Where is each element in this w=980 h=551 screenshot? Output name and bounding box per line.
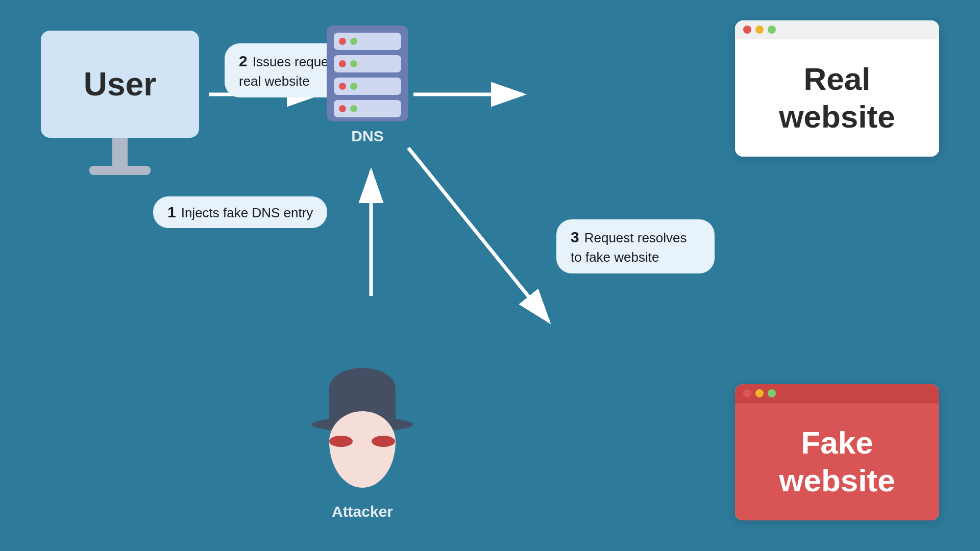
eye-left [329, 436, 353, 447]
monitor-stand [112, 138, 128, 166]
dot-green-1 [350, 38, 357, 45]
user-label: User [84, 65, 156, 103]
monitor-base [89, 166, 151, 175]
tb-green-real [768, 26, 776, 34]
dns-row-4 [334, 100, 401, 117]
step3-number: 3 [571, 229, 579, 245]
monitor: User [41, 31, 199, 138]
dns-body [327, 26, 408, 121]
attacker-figure [311, 365, 413, 498]
real-browser-content: Real website [735, 39, 939, 157]
attacker: Attacker [311, 365, 413, 520]
step1-text: Injects fake DNS entry [181, 205, 313, 220]
dns-label: DNS [351, 128, 383, 145]
real-website-label: Real website [779, 60, 895, 136]
fake-browser-content: Fake website [735, 403, 939, 520]
dot-red-1 [339, 38, 346, 45]
step1-number: 1 [167, 204, 176, 220]
dot-green-2 [350, 60, 357, 67]
step2-number: 2 [239, 53, 248, 69]
tb-yellow-real [755, 26, 764, 34]
real-website: Real website [735, 20, 939, 157]
step3-label: 3Request resolves to fake website [556, 219, 715, 273]
step3-text: Request resolves to fake website [571, 230, 687, 265]
real-browser-titlebar [735, 20, 939, 39]
attacker-face [329, 411, 396, 488]
fake-website-label: Fake website [779, 424, 895, 500]
fake-browser-titlebar [735, 384, 939, 403]
dns-row-1 [334, 33, 401, 50]
fake-website: Fake website [735, 384, 939, 520]
eye-right [372, 436, 395, 447]
fake-browser-window: Fake website [735, 384, 939, 520]
user-computer: User [41, 31, 199, 175]
dns-row-2 [334, 55, 401, 72]
dot-green-4 [350, 105, 357, 112]
dot-red-2 [339, 60, 346, 67]
dns-server: DNS [327, 26, 408, 145]
tb-green-fake [768, 389, 776, 397]
real-browser-window: Real website [735, 20, 939, 157]
dot-red-4 [339, 105, 346, 112]
tb-red-real [743, 26, 751, 34]
dot-red-3 [339, 83, 346, 90]
dns-row-3 [334, 78, 401, 95]
tb-yellow-fake [755, 389, 764, 397]
dot-green-3 [350, 83, 357, 90]
step1-label: 1Injects fake DNS entry [153, 196, 327, 228]
attacker-label: Attacker [332, 503, 393, 520]
tb-red-fake [743, 389, 751, 397]
arrow-dns-to-fake [408, 148, 549, 321]
